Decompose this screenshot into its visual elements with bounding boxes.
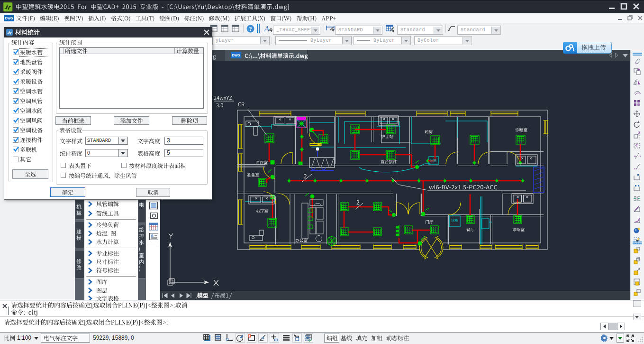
svg-text:DWG: DWG — [232, 54, 240, 57]
svg-text:?: ? — [249, 26, 252, 32]
svg-text:DWG: DWG — [5, 17, 13, 20]
svg-text:A: A — [264, 25, 269, 33]
